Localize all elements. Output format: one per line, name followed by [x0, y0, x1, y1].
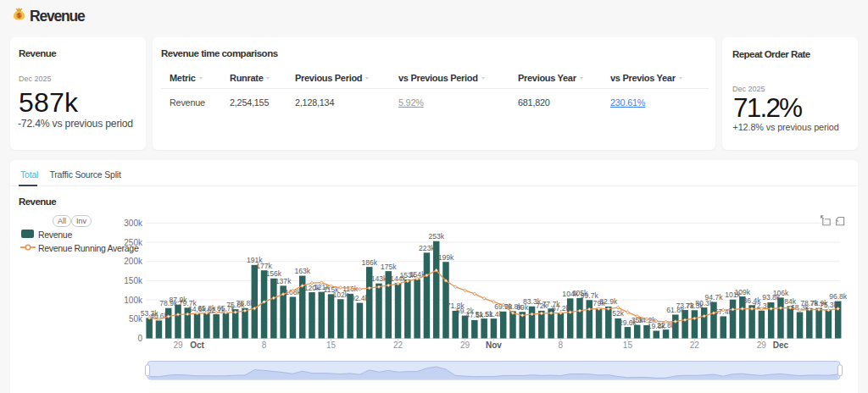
svg-text:186k: 186k: [361, 258, 377, 267]
svg-text:22: 22: [690, 340, 700, 350]
svg-text:78.8k: 78.8k: [236, 299, 254, 307]
svg-text:223k: 223k: [419, 244, 435, 252]
svg-text:Oct: Oct: [190, 340, 204, 350]
svg-text:75.3k: 75.3k: [820, 301, 838, 309]
svg-text:177k: 177k: [256, 262, 272, 270]
svg-text:15: 15: [326, 340, 337, 350]
svg-text:109k: 109k: [734, 288, 750, 296]
svg-text:106k: 106k: [773, 289, 789, 297]
svg-text:96.8k: 96.8k: [829, 292, 848, 301]
svg-text:0: 0: [137, 334, 142, 343]
svg-text:15: 15: [623, 340, 633, 350]
svg-text:163k: 163k: [294, 267, 310, 275]
svg-text:150k: 150k: [124, 276, 143, 285]
svg-text:29: 29: [173, 340, 183, 350]
svg-text:8: 8: [559, 340, 564, 350]
svg-text:29: 29: [757, 340, 767, 350]
svg-text:22: 22: [393, 340, 403, 350]
svg-text:67.2k: 67.2k: [552, 304, 570, 313]
svg-text:8: 8: [262, 340, 267, 350]
svg-text:175k: 175k: [381, 263, 397, 271]
svg-text:199k: 199k: [438, 253, 454, 262]
svg-text:253k: 253k: [428, 232, 444, 241]
svg-text:29: 29: [460, 340, 470, 350]
svg-text:82.9k: 82.9k: [599, 297, 618, 306]
svg-text:300k: 300k: [124, 219, 143, 228]
svg-text:100k: 100k: [124, 296, 143, 305]
svg-text:200k: 200k: [124, 257, 143, 266]
svg-text:Nov: Nov: [486, 340, 502, 350]
svg-text:143k: 143k: [371, 274, 387, 283]
svg-text:92.4k: 92.4k: [351, 294, 370, 302]
svg-text:Dec: Dec: [773, 340, 789, 350]
svg-text:250k: 250k: [124, 238, 143, 247]
svg-text:52k: 52k: [612, 309, 625, 318]
svg-text:137k: 137k: [275, 277, 292, 285]
svg-text:94.7k: 94.7k: [704, 293, 723, 302]
